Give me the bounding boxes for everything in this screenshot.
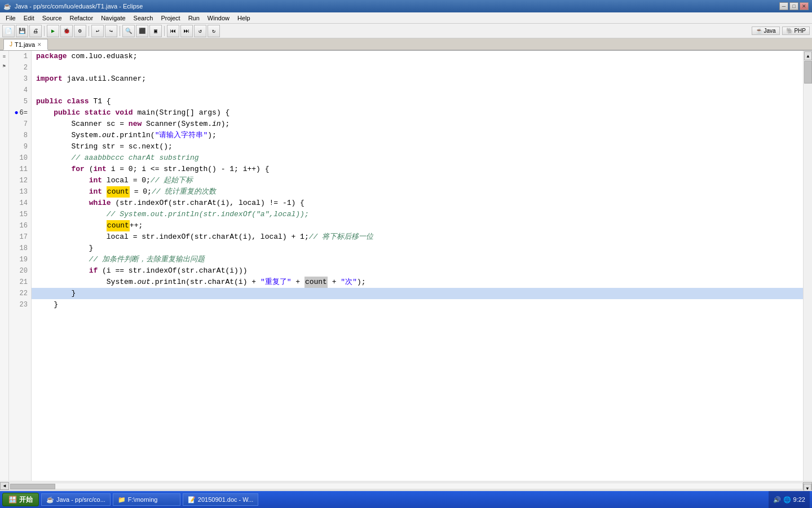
scroll-left-button[interactable]: ◀ <box>0 482 9 490</box>
keyword-int-1: int <box>93 164 106 175</box>
code-line-11: for (int i = 0; i <= str.length() - 1; i… <box>32 164 803 175</box>
vertical-scrollbar[interactable]: ▲ ▼ <box>803 51 812 481</box>
word-icon: 📝 <box>188 496 196 503</box>
line-5: 5 <box>9 96 31 107</box>
toolbar: 📄 💾 🖨 ▶ 🐞 ⚙ ↩ ↪ 🔍 ⬛ ▣ ⏮ ⏭ ↺ ↻ ☕ Java 🐘 P… <box>0 24 812 38</box>
java-file-icon: J <box>10 41 12 47</box>
maximize-button[interactable]: □ <box>789 2 798 10</box>
toolbar-btn-6[interactable]: ⬛ <box>136 25 148 37</box>
line-16: 16 <box>9 220 31 231</box>
code-line-5: public class T1 { <box>32 96 803 107</box>
taskbar-word-label: 20150901.doc - W... <box>198 496 253 503</box>
comment-6: // 加条件判断，去除重复输出问题 <box>36 254 205 265</box>
toolbar-btn-4[interactable]: ↪ <box>105 25 117 37</box>
save-button[interactable]: 💾 <box>16 25 28 37</box>
keyword-if: if <box>89 265 98 277</box>
start-button[interactable]: 🪟 开始 <box>2 493 39 506</box>
toolbar-btn-11[interactable]: ↻ <box>208 25 220 37</box>
menu-source[interactable]: Source <box>39 14 65 22</box>
toolbar-btn-5[interactable]: 🔍 <box>122 25 135 37</box>
code-line-13: int count = 0;// 统计重复的次数 <box>32 186 803 198</box>
toolbar-btn-8[interactable]: ⏮ <box>167 25 179 37</box>
code-line-6: public static void main(String[] args) { <box>32 107 803 119</box>
keyword-int-2: int <box>89 175 102 186</box>
string-prompt: "请输入字符串" <box>155 130 208 141</box>
menu-edit[interactable]: Edit <box>20 14 38 22</box>
code-line-16: count++; <box>32 220 803 231</box>
menu-project[interactable]: Project <box>157 14 183 22</box>
line-22: 22 <box>9 288 31 299</box>
keyword-public-1: public <box>36 96 63 107</box>
tab-t1-java[interactable]: J T1.java ✕ <box>3 39 48 50</box>
keyword-class: class <box>67 96 89 107</box>
code-line-10: // aaabbbccc charAt substring <box>32 152 803 164</box>
string-times: "次" <box>341 277 357 288</box>
toolbar-sep-2 <box>89 26 89 36</box>
toolbar-btn-10[interactable]: ↺ <box>194 25 206 37</box>
title-bar-title: Java - pp/src/com/luo/eduask/T1.java - E… <box>15 3 143 10</box>
menu-help[interactable]: Help <box>234 14 254 22</box>
taskbar-item-word[interactable]: 📝 20150901.doc - W... <box>183 493 258 506</box>
line-18: 18 <box>9 243 31 254</box>
code-line-7: Scanner sc = new Scanner(System.in); <box>32 119 803 130</box>
java-perspective-button[interactable]: ☕ Java <box>752 27 780 35</box>
print-button[interactable]: 🖨 <box>29 25 42 37</box>
code-line-8: System.out.println("请输入字符串"); <box>32 130 803 141</box>
tab-label: T1.java <box>15 41 35 48</box>
debug-button[interactable]: 🐞 <box>60 25 73 37</box>
menu-navigate[interactable]: Navigate <box>98 14 129 22</box>
keyword-public-2: public <box>54 107 80 119</box>
folder-icon: 📁 <box>118 496 126 503</box>
taskbar: 🪟 开始 ☕ Java - pp/src/co... 📁 F:\morning … <box>0 491 812 508</box>
line-number-gutter: 1 2 3 4 5 ●6= 7 8 9 10 11 12 13 14 15 16… <box>9 51 32 481</box>
new-button[interactable]: 📄 <box>2 25 15 37</box>
menu-file[interactable]: File <box>2 14 19 22</box>
toolbar-sep-3 <box>120 26 120 36</box>
tab-close-button[interactable]: ✕ <box>37 42 42 47</box>
menu-run[interactable]: Run <box>185 14 203 22</box>
line-12: 12 <box>9 175 31 186</box>
menu-bar: File Edit Source Refactor Navigate Searc… <box>0 12 812 24</box>
highlighted-count-3: count <box>304 277 328 288</box>
horizontal-scrollbar[interactable]: ◀ ▶ <box>0 481 812 490</box>
menu-refactor[interactable]: Refactor <box>67 14 97 22</box>
taskbar-item-eclipse[interactable]: ☕ Java - pp/src/co... <box>41 493 111 506</box>
line-1: 1 <box>9 51 31 62</box>
minimize-button[interactable]: ─ <box>779 2 788 10</box>
comment-3: // 统计重复的次数 <box>152 186 216 198</box>
panel-icon-1[interactable]: ≡ <box>1 53 8 61</box>
toolbar-btn-9[interactable]: ⏭ <box>180 25 193 37</box>
toolbar-btn-7[interactable]: ▣ <box>149 25 162 37</box>
eclipse-icon: ☕ <box>46 496 54 503</box>
keyword-package: package <box>36 51 67 62</box>
code-line-19: // 加条件判断，去除重复输出问题 <box>32 254 803 265</box>
scroll-thumb[interactable] <box>804 61 812 84</box>
code-line-12: int local = 0;// 起始下标 <box>32 175 803 186</box>
menu-search[interactable]: Search <box>130 14 157 22</box>
toolbar-btn-3[interactable]: ↩ <box>91 25 104 37</box>
line-7: 7 <box>9 119 31 130</box>
php-perspective-button[interactable]: 🐘 PHP <box>782 27 810 35</box>
h-scroll-thumb[interactable] <box>10 484 55 489</box>
code-line-4 <box>32 85 803 96</box>
comment-1: // aaabbbccc charAt substring <box>36 152 199 164</box>
panel-icon-2[interactable]: ⚑ <box>1 62 8 70</box>
close-button[interactable]: ✕ <box>800 2 809 10</box>
run-config-button[interactable]: ⚙ <box>74 25 86 37</box>
comment-5: // 将下标后移一位 <box>309 231 373 243</box>
line-13: 13 <box>9 186 31 198</box>
menu-window[interactable]: Window <box>204 14 233 22</box>
h-scroll-track[interactable] <box>9 483 803 489</box>
taskbar-explorer-label: F:\morning <box>128 496 158 503</box>
keyword-new-1: new <box>129 119 142 130</box>
line-21: 21 <box>9 277 31 288</box>
code-editor[interactable]: package com.luo.eduask; import java.util… <box>32 51 803 481</box>
code-line-20: if (i == str.indexOf(str.charAt(i))) <box>32 265 803 277</box>
title-bar-controls[interactable]: ─ □ ✕ <box>779 2 809 10</box>
run-button[interactable]: ▶ <box>47 25 59 37</box>
line-15: 15 <box>9 209 31 220</box>
scroll-up-button[interactable]: ▲ <box>804 51 812 60</box>
code-line-3: import java.util.Scanner; <box>32 73 803 85</box>
code-line-17: local = str.indexOf(str.charAt(i), local… <box>32 231 803 243</box>
taskbar-item-explorer[interactable]: 📁 F:\morning <box>113 493 180 506</box>
